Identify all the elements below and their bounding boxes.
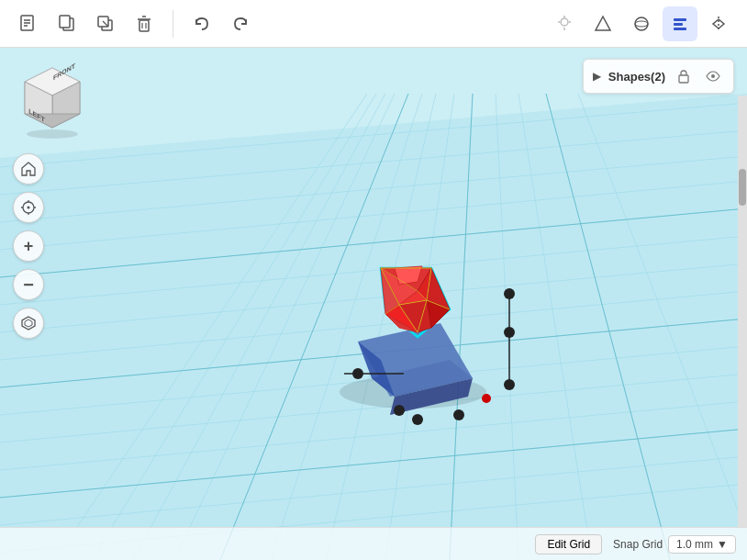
toolbar-separator-1 — [173, 10, 173, 38]
align-button[interactable] — [663, 6, 697, 41]
toolbar-left-group — [11, 6, 162, 41]
viewport[interactable]: FRONT LEFT + − — [0, 48, 747, 560]
scrollbar[interactable] — [738, 95, 747, 527]
duplicate-button[interactable] — [88, 6, 123, 41]
grid — [0, 48, 747, 560]
svg-marker-115 — [22, 317, 35, 330]
zoom-in-button[interactable]: + — [13, 230, 44, 262]
snap-grid-control: Snap Grid 1.0 mm ▼ — [613, 535, 736, 554]
shapes-lock-button[interactable] — [673, 65, 695, 87]
svg-point-118 — [711, 74, 715, 78]
snap-grid-label: Snap Grid — [613, 538, 663, 551]
svg-rect-22 — [674, 23, 683, 26]
bottom-bar: Edit Grid Snap Grid 1.0 mm ▼ — [0, 527, 747, 560]
redo-button[interactable] — [223, 6, 258, 41]
plus-icon: + — [24, 238, 34, 254]
edit-grid-button[interactable]: Edit Grid — [535, 534, 602, 554]
snap-value-text: 1.0 mm — [676, 538, 713, 551]
undo-button[interactable] — [184, 6, 219, 41]
snap-value-dropdown[interactable]: 1.0 mm ▼ — [668, 535, 736, 554]
minus-icon: − — [23, 275, 34, 294]
view-mode-button[interactable] — [13, 308, 44, 339]
svg-point-14 — [561, 18, 568, 26]
new-button[interactable] — [11, 6, 46, 41]
left-controls: + − — [13, 153, 44, 339]
shapes-panel-arrow[interactable]: ▶ — [593, 70, 601, 83]
light-button[interactable] — [547, 6, 582, 41]
copy-button[interactable] — [50, 6, 84, 41]
shapes-panel-title: Shapes(2) — [608, 70, 665, 84]
svg-point-110 — [28, 207, 30, 209]
scroll-thumb[interactable] — [739, 169, 746, 206]
svg-point-19 — [635, 17, 648, 30]
snap-dropdown-arrow: ▼ — [717, 538, 728, 551]
svg-point-20 — [635, 21, 648, 27]
home-view-button[interactable] — [13, 153, 44, 185]
zoom-out-button[interactable]: − — [13, 269, 44, 300]
shape-tool-1-button[interactable] — [585, 6, 620, 41]
orientation-cube[interactable]: FRONT LEFT — [11, 59, 94, 141]
shapes-eye-button[interactable] — [702, 65, 724, 87]
fit-view-button[interactable] — [13, 192, 44, 223]
delete-button[interactable] — [127, 6, 162, 41]
shape-tool-2-button[interactable] — [624, 6, 659, 41]
mirror-button[interactable] — [701, 6, 736, 41]
svg-rect-5 — [60, 16, 70, 28]
svg-rect-23 — [674, 28, 686, 30]
svg-rect-9 — [139, 20, 149, 31]
toolbar-history-group — [184, 6, 258, 41]
toolbar-right-group — [547, 6, 736, 41]
svg-rect-117 — [679, 75, 688, 83]
shapes-panel[interactable]: ▶ Shapes(2) — [583, 59, 734, 94]
svg-marker-27 — [0, 94, 747, 560]
toolbar — [0, 0, 747, 48]
svg-marker-116 — [25, 319, 32, 327]
svg-rect-21 — [674, 18, 686, 21]
svg-point-100 — [27, 129, 78, 139]
